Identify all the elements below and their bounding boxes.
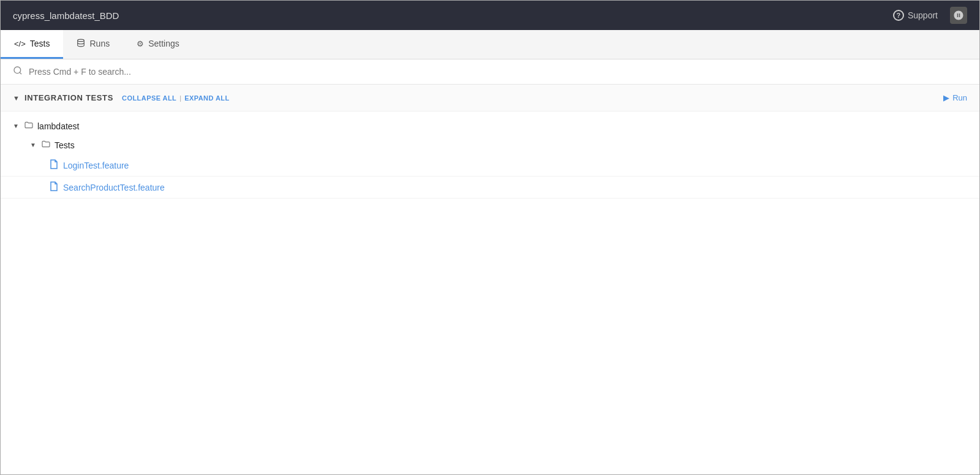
support-link[interactable]: ? Support [893, 10, 938, 21]
tab-runs[interactable]: Runs [63, 30, 123, 59]
file-icon-logintest [50, 159, 58, 171]
support-label: Support [908, 10, 938, 20]
chevron-lambdatest: ▼ [13, 123, 20, 129]
file-name-searchproducttest: SearchProductTest.feature [63, 183, 165, 192]
section-actions: COLLAPSE ALL | EXPAND ALL [122, 94, 230, 102]
topbar: cypress_lambdatest_BDD ? Support [1, 1, 979, 30]
nav-tabs: </> Tests Runs ⚙ Settings [1, 30, 979, 59]
folder-icon-tests [41, 139, 51, 151]
file-searchproducttest[interactable]: SearchProductTest.feature [1, 177, 979, 199]
folder-name-tests: Tests [55, 140, 75, 150]
folder-icon-lambdatest [24, 120, 34, 132]
svg-point-1 [14, 67, 21, 74]
run-icon: ▶ [943, 93, 949, 102]
settings-icon: ⚙ [137, 39, 144, 48]
run-all-button[interactable]: ▶ Run [931, 85, 979, 111]
runs-icon [77, 39, 85, 49]
expand-all-button[interactable]: EXPAND ALL [184, 94, 229, 102]
search-bar [1, 59, 979, 85]
folder-lambdatest[interactable]: ▼ lambdatest [1, 116, 979, 135]
app-wrapper: cypress_lambdatest_BDD ? Support </> Tes… [0, 0, 980, 475]
topbar-right: ? Support [893, 7, 967, 24]
collapse-all-button[interactable]: COLLAPSE ALL [122, 94, 176, 102]
support-icon: ? [893, 10, 904, 21]
folder-tests[interactable]: ▼ Tests [1, 135, 979, 154]
svg-point-0 [78, 39, 85, 41]
search-icon [13, 66, 23, 78]
run-label: Run [952, 93, 967, 102]
section-collapse-toggle[interactable]: ▼ [13, 94, 20, 102]
tests-icon: </> [14, 39, 26, 48]
app-title: cypress_lambdatest_BDD [13, 10, 119, 21]
avatar[interactable] [950, 7, 967, 24]
tab-tests[interactable]: </> Tests [1, 30, 63, 59]
search-input[interactable] [29, 67, 213, 77]
section-title: INTEGRATION TESTS [24, 93, 113, 102]
tab-tests-label: Tests [30, 39, 50, 48]
file-tree: ▼ lambdatest ▼ Tests [1, 112, 979, 203]
svg-line-2 [20, 72, 21, 74]
file-name-logintest: LoginTest.feature [63, 161, 129, 170]
file-logintest[interactable]: LoginTest.feature [1, 154, 979, 177]
avatar-icon [953, 10, 964, 21]
tab-settings[interactable]: ⚙ Settings [123, 30, 193, 59]
action-separator: | [179, 94, 181, 102]
chevron-tests: ▼ [30, 142, 37, 148]
main-content: ▼ INTEGRATION TESTS COLLAPSE ALL | EXPAN… [1, 85, 979, 474]
folder-name-lambdatest: lambdatest [37, 121, 79, 131]
tab-settings-label: Settings [148, 39, 179, 48]
file-icon-searchproducttest [50, 181, 58, 193]
tab-runs-label: Runs [89, 39, 110, 48]
section-header: ▼ INTEGRATION TESTS COLLAPSE ALL | EXPAN… [1, 85, 979, 112]
